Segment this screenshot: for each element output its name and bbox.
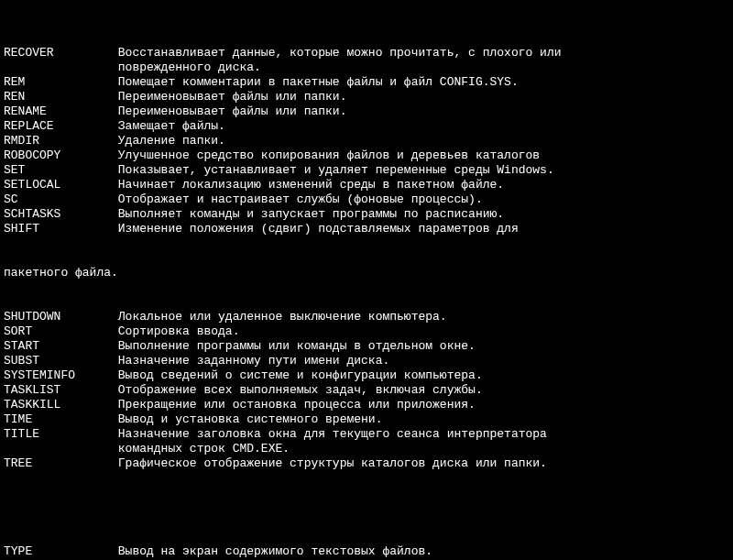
command-name: SUBST [4, 354, 118, 368]
command-name: SORT [4, 324, 118, 339]
command-name: SYSTEMINFO [4, 368, 118, 383]
command-description: Переименовывает файлы или папки. [118, 104, 729, 119]
terminal-output: RECOVERВосстанавливает данные, которые м… [0, 0, 733, 560]
command-row: SUBSTНазначение заданному пути имени дис… [4, 354, 729, 368]
command-row: TITLEНазначение заголовка окна для текущ… [4, 427, 729, 456]
command-row: SHIFTИзменение положения (сдвиг) подстав… [4, 222, 729, 236]
command-description: Вывод сведений о системе и конфигурации … [118, 368, 729, 383]
command-row: SCОтображает и настраивает службы (фонов… [4, 192, 729, 207]
command-row: TYPEВывод на экран содержимого текстовых… [4, 544, 729, 559]
command-name: TREE [4, 456, 118, 471]
command-row: TIMEВывод и установка системного времени… [4, 412, 729, 427]
command-description: Графическое отображение структуры катало… [118, 456, 729, 471]
command-row: TASKKILLПрекращение или остановка процес… [4, 398, 729, 412]
blank-line [4, 500, 729, 515]
command-row: RECOVERВосстанавливает данные, которые м… [4, 46, 729, 75]
shift-wrap-line: пакетного файла. [4, 266, 729, 280]
command-name: RENAME [4, 104, 118, 119]
command-name: REPLACE [4, 119, 118, 134]
command-name: START [4, 339, 118, 354]
command-description: Замещает файлы. [118, 119, 729, 134]
command-description: Вывод и установка системного времени. [118, 412, 729, 427]
command-name: SHIFT [4, 222, 118, 236]
command-name: TYPE [4, 544, 118, 559]
command-description: Назначение заголовка окна для текущего с… [118, 427, 729, 456]
command-description: Сортировка ввода. [118, 324, 729, 339]
command-description: Локальное или удаленное выключение компь… [118, 310, 729, 324]
command-row: TREEГрафическое отображение структуры ка… [4, 456, 729, 471]
command-row: SORTСортировка ввода. [4, 324, 729, 339]
command-name: SHUTDOWN [4, 310, 118, 324]
command-description: Отображает и настраивает службы (фоновые… [118, 192, 729, 207]
command-row: REPLACEЗамещает файлы. [4, 119, 729, 134]
command-row: SCHTASKSВыполняет команды и запускает пр… [4, 207, 729, 222]
command-name: RECOVER [4, 46, 118, 60]
command-row: RENAMEПереименовывает файлы или папки. [4, 104, 729, 119]
command-description: Выполнение программы или команды в отдел… [118, 339, 729, 354]
command-description: Отображение всех выполняемых задач, вклю… [118, 383, 729, 398]
command-description: Помещает комментарии в пакетные файлы и … [118, 75, 729, 90]
command-name: SETLOCAL [4, 178, 118, 192]
command-row: TASKLISTОтображение всех выполняемых зад… [4, 383, 729, 398]
command-description: Вывод на экран содержимого текстовых фай… [118, 544, 729, 559]
command-row: REMПомещает комментарии в пакетные файлы… [4, 75, 729, 90]
command-description: Показывает, устанавливает и удаляет пере… [118, 163, 729, 178]
command-description: Начинает локализацию изменений среды в п… [118, 178, 729, 192]
command-name: TASKKILL [4, 398, 118, 412]
command-row: SHUTDOWNЛокальное или удаленное выключен… [4, 310, 729, 324]
command-description: Переименовывает файлы или папки. [118, 90, 729, 104]
command-name: TITLE [4, 427, 118, 442]
command-row: SETПоказывает, устанавливает и удаляет п… [4, 163, 729, 178]
command-name: TASKLIST [4, 383, 118, 398]
command-row: RENПереименовывает файлы или папки. [4, 90, 729, 104]
command-row: RMDIRУдаление папки. [4, 134, 729, 148]
command-description: Выполняет команды и запускает программы … [118, 207, 729, 222]
command-description: Изменение положения (сдвиг) подставляемы… [118, 222, 729, 236]
command-row: STARTВыполнение программы или команды в … [4, 339, 729, 354]
command-description: Прекращение или остановка процесса или п… [118, 398, 729, 412]
command-name: SC [4, 192, 118, 207]
command-name: SET [4, 163, 118, 178]
command-description: Улучшенное средство копирования файлов и… [118, 148, 729, 163]
command-name: TIME [4, 412, 118, 427]
command-name: REM [4, 75, 118, 90]
command-description: Назначение заданному пути имени диска. [118, 354, 729, 368]
command-row: SYSTEMINFOВывод сведений о системе и кон… [4, 368, 729, 383]
command-name: SCHTASKS [4, 207, 118, 222]
command-row: SETLOCALНачинает локализацию изменений с… [4, 178, 729, 192]
command-name: RMDIR [4, 134, 118, 148]
command-name: REN [4, 90, 118, 104]
command-row: ROBOCOPYУлучшенное средство копирования … [4, 148, 729, 163]
command-name: ROBOCOPY [4, 148, 118, 163]
command-description: Восстанавливает данные, которые можно пр… [118, 46, 729, 75]
command-description: Удаление папки. [118, 134, 729, 148]
